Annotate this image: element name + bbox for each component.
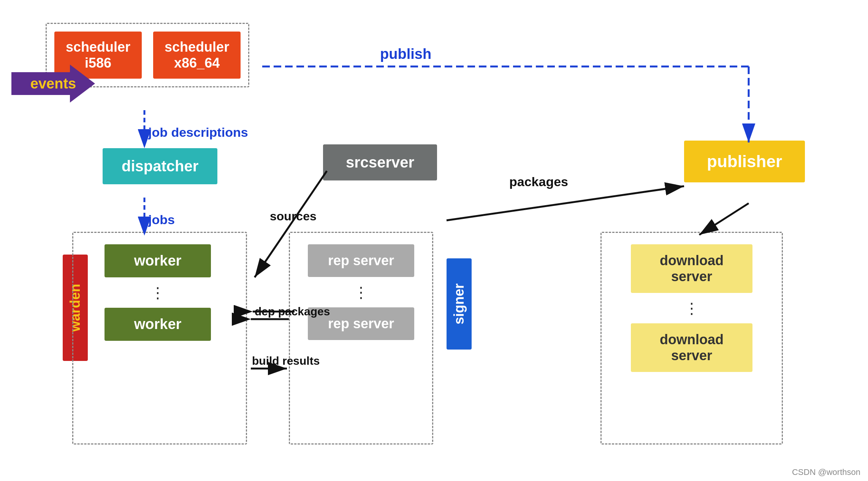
srcserver-box: srcserver	[323, 144, 437, 180]
download-server-box-2: download server	[631, 323, 752, 372]
rep-server-box-2: rep server	[308, 307, 414, 340]
rep-server-dots: ⋮	[353, 285, 369, 300]
publisher-box: publisher	[684, 141, 805, 182]
worker-1-label: worker	[134, 253, 182, 269]
job-descriptions-label: job descriptions	[148, 125, 248, 139]
download-server-2-label: download server	[660, 332, 724, 363]
download-server-1-label: download server	[660, 253, 724, 284]
scheduler-x86_64-label: scheduler x86_64	[165, 39, 229, 71]
signer-box: signer	[447, 258, 472, 350]
rep-server-group: rep server ⋮ rep server	[289, 232, 433, 445]
diagram-container: scheduler i586 scheduler x86_64 events d…	[0, 0, 868, 481]
dispatcher-box: dispatcher	[103, 148, 217, 184]
packages-arrow	[447, 186, 684, 220]
rep-server-2-label: rep server	[328, 316, 394, 331]
watermark: CSDN @worthson	[792, 467, 860, 477]
worker-box-2: worker	[105, 308, 211, 341]
publish-label: publish	[380, 46, 431, 62]
download-server-dots: ⋮	[684, 301, 699, 316]
download-server-box-1: download server	[631, 244, 752, 293]
dispatcher-label: dispatcher	[122, 158, 198, 174]
events-label: events	[30, 76, 76, 92]
publisher-to-download-arrow	[699, 203, 749, 235]
events-shape: events	[11, 65, 95, 103]
download-server-group: download server ⋮ download server	[600, 232, 783, 445]
worker-box-1: worker	[105, 244, 211, 277]
scheduler-x86_64: scheduler x86_64	[153, 32, 241, 79]
worker-group: worker ⋮ worker	[72, 232, 247, 445]
rep-server-box-1: rep server	[308, 244, 414, 277]
srcserver-label: srcserver	[346, 154, 414, 171]
jobs-label: jobs	[148, 212, 175, 227]
worker-dots: ⋮	[150, 285, 165, 300]
publisher-label: publisher	[707, 152, 782, 171]
rep-server-1-label: rep server	[328, 253, 394, 268]
events-arrow: events	[11, 65, 95, 103]
worker-2-label: worker	[134, 316, 182, 332]
sources-label: sources	[270, 209, 317, 223]
packages-label: packages	[509, 174, 568, 189]
signer-label: signer	[451, 283, 467, 324]
